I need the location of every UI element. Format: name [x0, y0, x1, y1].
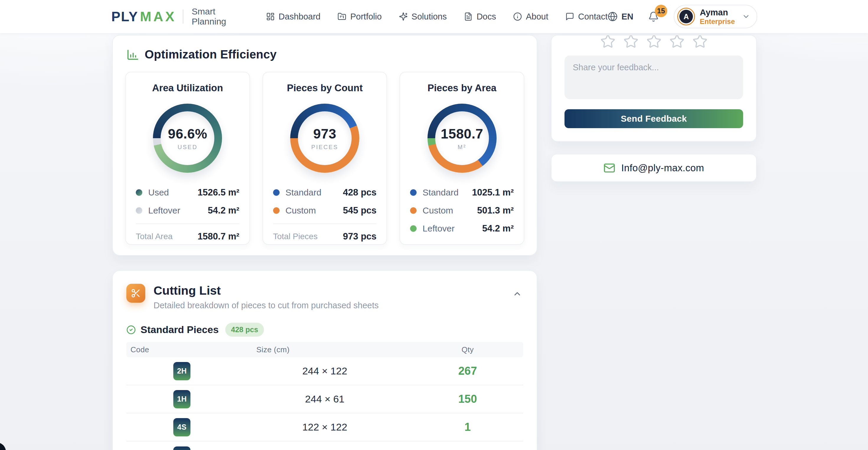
section-title: Optimization Efficiency [145, 48, 277, 61]
mail-icon [603, 162, 615, 174]
donut-center: 1580.7M² [428, 103, 497, 173]
total-row: Total Area1580.7 m² [136, 223, 240, 249]
star-3[interactable] [646, 35, 662, 49]
total-value: 1580.7 m² [197, 231, 239, 242]
stat-card-title: Pieces by Count [273, 82, 377, 94]
donut-center-label: PIECES [311, 144, 338, 151]
column-header-size-cm-: Size (cm) [237, 345, 412, 354]
donut-legend: Standard1025.1 m²Custom501.3 m²Leftover5… [410, 183, 514, 237]
donut-center-value: 1580.7 [441, 126, 483, 142]
star-rating [564, 35, 743, 49]
check-circle-icon [126, 325, 136, 334]
star-4[interactable] [669, 35, 685, 49]
stat-card-title: Area Utilization [136, 82, 240, 94]
notifications-button[interactable]: 15 [646, 9, 661, 24]
donut-center-value: 973 [313, 126, 336, 142]
docs-icon [464, 12, 473, 21]
table-row-4s: 4S122 × 1221 [126, 413, 523, 442]
donut-center-label: USED [178, 144, 198, 151]
nav-item-solutions[interactable]: Solutions [399, 12, 447, 22]
avatar-ring: A [677, 8, 695, 25]
brand-logo[interactable]: PLY MAX Smart Planning [111, 6, 245, 27]
bar-chart-icon [126, 48, 140, 61]
donut-stats-row: Area Utilization96.6%USEDUsed1526.5 m²Le… [125, 72, 524, 245]
code-badge: 4S [173, 418, 190, 437]
total-row: Total Pieces973 pcs [273, 223, 377, 249]
total-label: Total Area [136, 232, 173, 241]
feedback-input[interactable] [564, 56, 743, 99]
star-icon [646, 35, 662, 49]
optimization-header: Optimization Efficiency [113, 35, 537, 61]
stat-card-pieces-by-area: Pieces by Area1580.7M²Standard1025.1 m²C… [399, 72, 524, 245]
legend-value: 1025.1 m² [472, 187, 514, 198]
dashboard-icon [266, 12, 275, 21]
cell-code: 2H [126, 362, 237, 380]
legend-value: 501.3 m² [477, 205, 514, 216]
corner-widget-button[interactable] [0, 442, 6, 450]
legend-value: 1526.5 m² [197, 187, 239, 198]
stat-card-pieces-by-count: Pieces by Count973PIECESStandard428 pcsC… [262, 72, 388, 245]
nav-item-about[interactable]: About [513, 12, 548, 22]
code-badge: 1H [173, 390, 190, 408]
legend-value: 54.2 m² [482, 223, 514, 234]
legend-dot [273, 207, 280, 214]
legend-label: Standard [285, 187, 321, 198]
scissors-icon-box [126, 284, 145, 303]
group-count-badge: 428 pcs [225, 323, 264, 337]
language-selector[interactable]: EN [608, 11, 633, 22]
nav-item-dashboard[interactable]: Dashboard [266, 12, 321, 22]
language-label: EN [621, 12, 633, 22]
avatar: A [679, 10, 693, 23]
legend-dot [410, 207, 416, 214]
user-plan-badge: Enterprise [700, 18, 735, 26]
nav-item-label: Dashboard [279, 12, 321, 22]
globe-icon [608, 11, 618, 22]
scissors-icon [131, 288, 141, 298]
nav-item-label: Portfolio [350, 12, 381, 22]
legend-row-leftover: Leftover54.2 m² [136, 201, 240, 219]
legend-label: Custom [285, 206, 316, 215]
table-row-1h: 1H244 × 61150 [126, 385, 523, 413]
cell-qty: 150 [412, 393, 523, 406]
send-feedback-button[interactable]: Send Feedback [564, 109, 743, 128]
cell-code: 1H [126, 390, 237, 408]
star-icon [669, 35, 685, 49]
column-header-code: Code [126, 345, 237, 354]
legend-dot [273, 189, 280, 196]
chevron-up-icon [513, 289, 522, 299]
table-row-partial [126, 442, 523, 450]
user-meta: Ayman Enterprise [700, 8, 735, 26]
legend-label: Leftover [423, 223, 454, 234]
star-1[interactable] [600, 35, 616, 49]
total-label: Total Pieces [273, 232, 318, 241]
column-header-qty: Qty [412, 345, 523, 354]
star-5[interactable] [692, 35, 708, 49]
contact-icon [565, 12, 574, 21]
legend-dot [410, 189, 416, 196]
table-body: 2H244 × 1222671H244 × 611504S122 × 1221 [126, 357, 523, 442]
solutions-icon [399, 12, 408, 21]
collapse-section-button[interactable] [512, 288, 523, 300]
user-menu[interactable]: A Ayman Enterprise [674, 5, 757, 29]
check-circle-icon [126, 325, 136, 334]
star-icon [623, 35, 639, 49]
donut-legend: Used1526.5 m²Leftover54.2 m² [136, 183, 240, 219]
about-icon [513, 12, 522, 21]
code-badge: 2H [173, 362, 190, 380]
cell-size: 122 × 122 [237, 421, 412, 433]
nav-item-portfolio[interactable]: Portfolio [337, 12, 381, 22]
donut-center-value: 96.6% [168, 126, 207, 142]
contact-email: Info@ply-max.com [621, 162, 704, 174]
cell-size: 244 × 61 [237, 393, 412, 405]
nav-item-contact[interactable]: Contact [565, 12, 608, 22]
contact-email-card[interactable]: Info@ply-max.com [551, 154, 757, 182]
star-2[interactable] [623, 35, 639, 49]
cutting-list-card: Cutting List Detailed breakdown of piece… [112, 270, 537, 450]
nav-item-docs[interactable]: Docs [464, 12, 496, 22]
legend-row-used: Used1526.5 m² [136, 183, 240, 201]
chevron-down-icon [742, 12, 750, 21]
nav-item-label: Docs [476, 12, 496, 22]
cell-qty: 1 [412, 421, 523, 433]
legend-label: Used [148, 187, 169, 198]
notification-badge: 15 [655, 5, 668, 17]
